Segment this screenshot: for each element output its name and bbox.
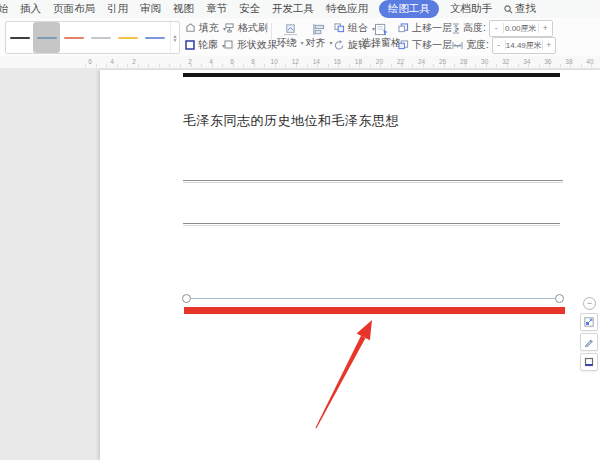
shape-effects-icon bbox=[224, 40, 234, 50]
width-increment-button[interactable]: + bbox=[542, 40, 555, 50]
ruler-number: 14 bbox=[313, 58, 320, 65]
tab-home[interactable]: 开始 bbox=[0, 2, 14, 16]
tab-drawing-tools-active[interactable]: 绘图工具 bbox=[379, 0, 439, 18]
outline-style-button[interactable] bbox=[580, 353, 598, 371]
ruler-number: 4 bbox=[110, 58, 114, 65]
width-value[interactable]: 14.49厘米 bbox=[506, 40, 542, 51]
orange-line-swatch bbox=[64, 37, 84, 39]
height-value[interactable]: 0.00厘米 bbox=[504, 23, 538, 34]
properties-window-icon bbox=[584, 317, 594, 327]
rotate-icon bbox=[334, 40, 345, 50]
send-backward-label: 下移一层 bbox=[412, 38, 452, 52]
horizontal-line-1[interactable] bbox=[183, 180, 563, 182]
outline-icon bbox=[185, 40, 195, 50]
ruler-number: 20 bbox=[376, 58, 383, 65]
menu-tab-章节[interactable]: 章节 bbox=[200, 2, 233, 16]
collapse-toolbar-button[interactable]: − bbox=[583, 297, 596, 310]
gallery-down-icon[interactable]: ▼ bbox=[173, 38, 178, 42]
ruler-number: 28 bbox=[460, 58, 467, 65]
gray-line-swatch bbox=[91, 37, 111, 39]
menu-tab-页面布局[interactable]: 页面布局 bbox=[47, 2, 101, 16]
gallery-scroll[interactable]: ▲ ▼ bbox=[170, 22, 179, 53]
bring-forward-label: 上移一层 bbox=[412, 21, 452, 35]
outline-label: 轮廓 bbox=[198, 38, 218, 52]
width-stepper: - 14.49厘米 + bbox=[492, 37, 556, 54]
align-label: 对齐 bbox=[305, 36, 325, 50]
dropdown-arrow-icon: ▾ bbox=[329, 39, 332, 46]
blue-line-swatch bbox=[145, 37, 165, 39]
selection-pane-label: 选择窗格 bbox=[361, 36, 401, 50]
ruler-number: 12 bbox=[292, 58, 299, 65]
height-field-row: 高度: - 0.00厘米 + bbox=[452, 21, 556, 35]
line-style-orange-line[interactable] bbox=[60, 22, 87, 53]
line-style-yellow-line[interactable] bbox=[114, 22, 141, 53]
send-backward-button[interactable]: 下移一层 ▾ bbox=[398, 38, 459, 52]
align-button[interactable]: 对齐 ▾ bbox=[303, 21, 335, 48]
line-style-gallery: ▲ ▼ bbox=[5, 21, 180, 54]
ruler-number: 16 bbox=[334, 58, 341, 65]
wrap-button[interactable]: 环绕 ▾ bbox=[274, 21, 306, 48]
thick-red-line-shape[interactable] bbox=[184, 307, 565, 314]
menu-tab-安全[interactable]: 安全 bbox=[233, 2, 266, 16]
ruler-number: 4 bbox=[209, 58, 213, 65]
menu-bar: 开始 插入页面布局引用审阅视图章节安全开发工具特色应用 绘图工具 文档助手 查找 bbox=[0, 0, 600, 19]
fill-button[interactable]: 填充 ▾ bbox=[185, 21, 226, 35]
document-canvas: 毛泽东同志的历史地位和毛泽东思想 − bbox=[0, 68, 600, 460]
bring-forward-icon bbox=[398, 23, 409, 33]
height-decrement-button[interactable]: - bbox=[490, 23, 504, 33]
bring-forward-button[interactable]: 上移一层 ▾ bbox=[398, 21, 459, 35]
ruler-number: 34 bbox=[523, 58, 530, 65]
format-painter-icon bbox=[224, 23, 235, 33]
find-label: 查找 bbox=[515, 2, 536, 16]
document-page[interactable]: 毛泽东同志的历史地位和毛泽东思想 − bbox=[100, 70, 600, 460]
ruler-number: 26 bbox=[439, 58, 446, 65]
menu-tab-开发工具[interactable]: 开发工具 bbox=[266, 2, 320, 16]
selection-pane-icon bbox=[374, 23, 389, 36]
object-properties-button[interactable] bbox=[580, 313, 598, 331]
search-icon bbox=[504, 5, 513, 14]
line-style-dark-line[interactable] bbox=[6, 22, 33, 53]
line-style-gray-line[interactable] bbox=[87, 22, 114, 53]
line-style-blue-line[interactable] bbox=[141, 22, 168, 53]
ruler-number: 40 bbox=[586, 58, 593, 65]
height-stepper: - 0.00厘米 + bbox=[489, 20, 553, 37]
menu-items: 插入页面布局引用审阅视图章节安全开发工具特色应用 bbox=[14, 2, 374, 16]
tab-document-assistant[interactable]: 文档助手 bbox=[444, 2, 498, 16]
menu-tab-特色应用[interactable]: 特色应用 bbox=[320, 2, 374, 16]
menu-tab-插入[interactable]: 插入 bbox=[14, 2, 47, 16]
selection-pane-button[interactable]: 选择窗格 bbox=[360, 21, 402, 48]
menu-tab-视图[interactable]: 视图 bbox=[167, 2, 200, 16]
line-handle-left[interactable] bbox=[182, 294, 191, 303]
text-wrap-icon bbox=[283, 23, 298, 36]
menu-tab-审阅[interactable]: 审阅 bbox=[134, 2, 167, 16]
edit-shape-button[interactable] bbox=[580, 333, 598, 351]
wrap-label: 环绕 bbox=[276, 36, 296, 50]
width-field-row: 宽度: - 14.49厘米 + bbox=[452, 38, 556, 52]
height-increment-button[interactable]: + bbox=[538, 23, 552, 33]
ruler-number: 32 bbox=[502, 58, 509, 65]
document-title-text[interactable]: 毛泽东同志的历史地位和毛泽东思想 bbox=[183, 112, 399, 130]
pencil-icon bbox=[584, 337, 594, 347]
square-outline-icon bbox=[584, 357, 594, 367]
menu-tab-引用[interactable]: 引用 bbox=[101, 2, 134, 16]
send-backward-icon bbox=[398, 40, 409, 50]
group-icon bbox=[334, 23, 345, 33]
width-decrement-button[interactable]: - bbox=[493, 40, 506, 50]
ruler-number: 22 bbox=[397, 58, 404, 65]
line-handle-right[interactable] bbox=[555, 294, 564, 303]
ruler-number: 6 bbox=[230, 58, 234, 65]
thick-black-border-line[interactable] bbox=[183, 73, 560, 77]
find-button[interactable]: 查找 bbox=[498, 2, 542, 16]
line-style-blue-gray-line[interactable] bbox=[33, 22, 60, 53]
width-label: 宽度: bbox=[466, 38, 489, 52]
selected-line-shape[interactable] bbox=[187, 298, 559, 299]
ruler-number: 24 bbox=[418, 58, 425, 65]
ruler-number: 2 bbox=[188, 58, 192, 65]
outline-button[interactable]: 轮廓 ▾ bbox=[185, 38, 226, 52]
ribbon-separator bbox=[271, 23, 272, 50]
horizontal-line-2[interactable] bbox=[183, 223, 560, 225]
ruler-number: 2 bbox=[132, 58, 136, 65]
ruler-number: 38 bbox=[565, 58, 572, 65]
align-icon bbox=[312, 23, 326, 36]
height-icon bbox=[452, 23, 460, 34]
